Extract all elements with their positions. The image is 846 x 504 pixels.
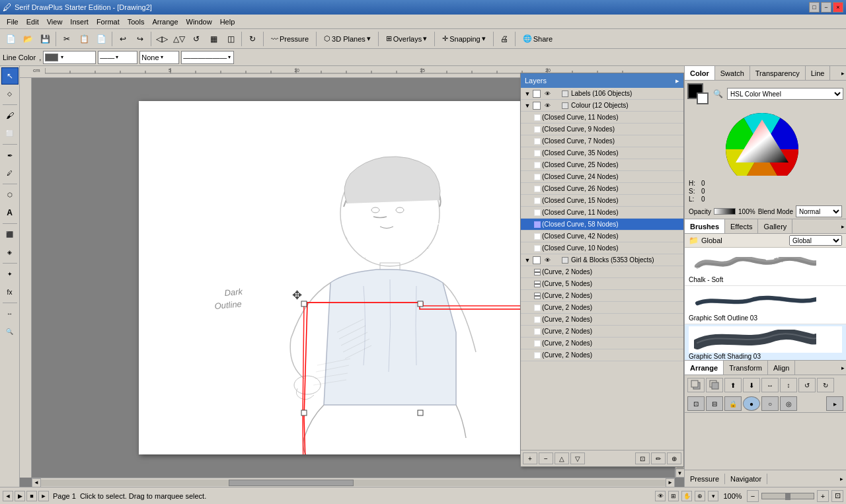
layer-check-c2c[interactable] (534, 305, 541, 311)
layer-c2a[interactable]: (Curve, 2 Nodes) (521, 266, 683, 278)
line-style-select[interactable]: —— ▾ (98, 51, 137, 64)
tab-color[interactable]: Color (685, 66, 715, 80)
play-btn[interactable]: ▶ (15, 491, 25, 501)
shape-tool-btn[interactable]: ⬡ (1, 186, 19, 203)
layer-eye-labels[interactable]: 👁 (543, 89, 552, 98)
layer-merge-btn[interactable]: ⊕ (667, 452, 681, 464)
tab-brushes[interactable]: Brushes (685, 219, 725, 233)
layer-c2b[interactable]: (Curve, 2 Nodes) (521, 290, 683, 302)
layers-scroll[interactable]: ▼ 👁 Labels (106 Objects) ▼ 👁 Colour (12 … (521, 88, 683, 450)
prev-page-btn[interactable]: ◄ (3, 491, 13, 501)
arrange-lock-btn[interactable]: 🔒 (724, 396, 742, 411)
layer-eye-girl[interactable]: 👁 (543, 256, 552, 265)
layer-check-cc11b[interactable] (534, 209, 541, 216)
layer-check-cc15[interactable] (534, 198, 541, 204)
color-wheel-container[interactable] (685, 107, 846, 178)
menu-view[interactable]: View (43, 17, 67, 27)
tab-transparency[interactable]: Transparency (750, 66, 806, 80)
layer-paste-btn[interactable]: ✏ (651, 452, 666, 464)
layer-girl-blocks[interactable]: ▼ 👁 Girl & Blocks (5353 Objects) (521, 254, 683, 266)
pressure-btn[interactable]: 〰 Pressure (266, 31, 313, 47)
stop-btn[interactable]: ■ (26, 491, 37, 501)
layer-cc-11a[interactable]: (Closed Curve, 11 Nodes) (521, 112, 683, 124)
snap-rotate-btn[interactable]: ↻ (245, 31, 260, 47)
hand-btn[interactable]: ✋ (681, 491, 692, 501)
text-tool-btn[interactable]: A (1, 204, 19, 221)
flip-h-btn[interactable]: ◁▷ (154, 31, 170, 47)
zoom-thumb[interactable] (785, 493, 790, 500)
layer-check-cc42[interactable] (534, 233, 541, 240)
layer-check-cc11a[interactable] (534, 114, 541, 121)
scroll-track-h[interactable] (41, 480, 666, 486)
layer-cc-42[interactable]: (Closed Curve, 42 Nodes) (521, 231, 683, 242)
arrange-group-btn[interactable]: ⊡ (687, 396, 705, 411)
color-wheel-type-select[interactable]: HSL Color Wheel (727, 88, 843, 100)
planes-3d-btn[interactable]: ⬡ 3D Planes ▾ (319, 31, 375, 47)
zoom-out-btn[interactable]: − (747, 490, 759, 502)
menu-help[interactable]: Help (216, 17, 239, 27)
tab-effects[interactable]: Effects (725, 219, 758, 233)
layer-cc-58[interactable]: (Closed Curve, 58 Nodes) (521, 219, 683, 231)
layer-check-cc10[interactable] (534, 245, 541, 252)
layer-check-cc26[interactable] (534, 186, 541, 192)
arrange-fliph-btn[interactable]: ↔ (761, 378, 779, 392)
color-swatch-container[interactable] (687, 83, 709, 104)
arrange-front-btn[interactable] (687, 378, 705, 392)
app-close-btn[interactable]: × (833, 2, 843, 13)
blend-mode-select[interactable]: Normal Multiply (796, 205, 842, 217)
layer-add-btn[interactable]: + (523, 452, 537, 464)
layer-check-cc25[interactable] (534, 162, 541, 168)
redo-btn[interactable]: ↪ (132, 31, 148, 47)
title-bar-right[interactable]: □ − × (809, 2, 843, 13)
layer-c2c[interactable]: (Curve, 2 Nodes) (521, 302, 683, 314)
arrange-ungroup-btn[interactable]: ⊟ (706, 396, 723, 411)
layer-check-cc35[interactable] (534, 150, 541, 157)
paint-tool-btn[interactable]: 🖌 (1, 107, 19, 124)
layer-labels[interactable]: ▼ 👁 Labels (106 Objects) (521, 88, 683, 100)
layer-lock-girl[interactable] (553, 256, 560, 264)
tab-arrange[interactable]: Arrange (685, 361, 724, 375)
global-category-select[interactable]: Global (789, 235, 842, 246)
brush-graphic-outline[interactable]: Graphic Soft Outline 03 (685, 286, 846, 324)
transform-tool-btn[interactable]: ↔ (1, 305, 19, 322)
layer-check-labels[interactable] (533, 90, 541, 98)
zoom-in-preset[interactable]: ⊕ (695, 491, 705, 501)
view-btn-2[interactable]: ⊞ (668, 491, 679, 501)
background-color-swatch[interactable] (697, 92, 709, 104)
cut-btn[interactable]: ✂ (59, 31, 75, 47)
tab-line[interactable]: Line (806, 66, 831, 80)
drawing-canvas[interactable]: ✥ Dark Outline Light Shadin... (139, 101, 568, 454)
layer-lock-colour[interactable] (553, 102, 560, 110)
tab-swatch[interactable]: Swatch (715, 66, 750, 80)
layer-expand-labels[interactable]: ▼ (523, 90, 531, 98)
layer-cc-35[interactable]: (Closed Curve, 35 Nodes) (521, 147, 683, 159)
pen-tool-btn[interactable]: ✒ (1, 147, 19, 164)
layer-c2g[interactable]: (Curve, 2 Nodes) (521, 349, 683, 361)
layer-check-c2f[interactable] (534, 340, 541, 347)
rotate-left-btn[interactable]: ↺ (188, 31, 204, 47)
menu-insert[interactable]: Insert (66, 17, 93, 27)
layer-check-c2d[interactable] (534, 316, 541, 323)
arrange-backward-btn[interactable]: ⬇ (743, 378, 760, 392)
zoom-slider[interactable] (761, 493, 814, 499)
scroll-right-btn[interactable]: ► (666, 478, 675, 487)
layer-props-btn[interactable]: ⊡ (635, 452, 650, 464)
layer-check-cc58[interactable] (534, 221, 541, 228)
line-end-cap-select[interactable]: —————— ▾ (181, 51, 234, 64)
layer-colour[interactable]: ▼ 👁 Colour (12 Objects) (521, 100, 683, 112)
color-panel-expand[interactable]: ▸ (841, 70, 845, 77)
layer-cc-25[interactable]: (Closed Curve, 25 Nodes) (521, 159, 683, 171)
align-btn[interactable]: ▦ (206, 31, 221, 47)
brush-graphic-shading[interactable]: Graphic Soft Shading 03 (685, 324, 846, 360)
layer-cc-11b[interactable]: (Closed Curve, 11 Nodes) (521, 207, 683, 219)
menu-tools[interactable]: Tools (124, 17, 149, 27)
arrange-back-btn[interactable] (706, 378, 723, 392)
view-btn-1[interactable]: 👁 (655, 491, 666, 501)
layer-down-btn[interactable]: ▽ (570, 452, 585, 464)
rect-tool-btn[interactable]: ⬛ (1, 226, 19, 243)
layer-check-c2g[interactable] (534, 352, 541, 359)
layer-cc-24[interactable]: (Closed Curve, 24 Nodes) (521, 171, 683, 183)
menu-edit[interactable]: Edit (22, 17, 43, 27)
tab-transform[interactable]: Transform (724, 361, 768, 375)
layer-cc-9[interactable]: (Closed Curve, 9 Nodes) (521, 124, 683, 135)
